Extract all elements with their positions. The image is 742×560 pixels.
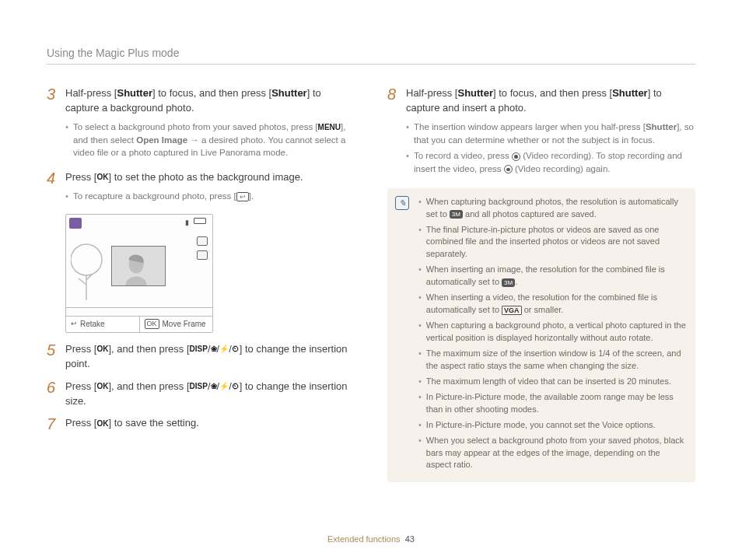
disp-key-icon: DISP	[190, 381, 208, 393]
ok-key-icon: OK	[96, 172, 108, 184]
step-8: 8 Half-press [Shutter] to focus, and the…	[387, 86, 695, 178]
step-number: 4	[47, 170, 58, 206]
step-text: Half-press [Shutter] to focus, and then …	[65, 86, 355, 116]
tree-icon	[71, 240, 108, 302]
footer-label: Extended functions	[327, 534, 401, 544]
camera-preview-illustration: ▮	[65, 214, 213, 334]
section-title: Using the Magic Plus mode	[47, 45, 695, 61]
step-number: 7	[47, 416, 58, 432]
ok-key-icon: OK	[96, 418, 108, 430]
step-6: 6 Press [OK], and then press [DISP/❀/⚡/⏲…	[47, 380, 355, 409]
ok-key-icon: OK	[96, 344, 108, 355]
step-number: 8	[387, 86, 398, 178]
columns: 3 Half-press [Shutter] to focus, and the…	[47, 86, 695, 482]
flash-icon: ⚡	[219, 344, 229, 355]
macro-icon: ❀	[211, 344, 217, 355]
indicator-icon	[197, 250, 208, 260]
step-text: Press [OK] to save the setting.	[65, 416, 355, 431]
macro-icon: ❀	[211, 381, 217, 393]
note-item: The final Picture-in-picture photos or v…	[418, 224, 686, 261]
side-indicators	[197, 236, 208, 260]
step-5: 5 Press [OK], and then press [DISP/❀/⚡/⏲…	[47, 342, 355, 372]
back-icon: ↩	[236, 192, 249, 201]
step-text: Half-press [Shutter] to focus, and then …	[406, 86, 695, 116]
inset-photo-frame	[111, 246, 166, 286]
menu-key-icon: MENU	[318, 122, 341, 134]
timer-icon: ⏲	[232, 381, 240, 393]
disp-key-icon: DISP	[190, 344, 208, 355]
step-4: 4 Press [OK] to set the photo as the bac…	[47, 170, 355, 206]
svg-point-0	[71, 244, 102, 275]
note-item: The maximum length of video that can be …	[418, 376, 686, 388]
step-subnote: To select a background photo from your s…	[65, 121, 355, 159]
record-icon	[504, 165, 513, 173]
timer-icon: ⏲	[232, 344, 240, 355]
indicator-icon	[197, 236, 208, 246]
page-number: 43	[405, 534, 415, 544]
note-item: When inserting an image, the resolution …	[418, 264, 686, 289]
preview-toolbar: ↩Retake OKMove Frame	[66, 316, 212, 333]
left-column: 3 Half-press [Shutter] to focus, and the…	[47, 86, 355, 482]
moveframe-label: Move Frame	[163, 319, 206, 331]
step-text: Press [OK] to set the photo as the backg…	[65, 170, 355, 185]
flash-icon: ⚡	[219, 381, 229, 393]
right-column: 8 Half-press [Shutter] to focus, and the…	[387, 86, 695, 482]
step-subnote: To recapture a background photo, press […	[65, 190, 355, 203]
note-item: In Picture-in-Picture mode, the availabl…	[418, 391, 686, 416]
retake-label: Retake	[80, 319, 105, 331]
resolution-pill: 3M	[502, 278, 515, 287]
step-7: 7 Press [OK] to save the setting.	[47, 416, 355, 432]
note-icon: ✎	[395, 196, 409, 210]
step-number: 5	[47, 342, 58, 372]
resolution-pill: 3M	[450, 210, 463, 219]
vga-badge: VGA	[502, 306, 522, 315]
step-text: Press [OK], and then press [DISP/❀/⚡/⏲] …	[65, 342, 355, 372]
step-3: 3 Half-press [Shutter] to focus, and the…	[47, 86, 355, 163]
signal-icon: ▮	[185, 218, 189, 228]
note-item: The maximum size of the insertion window…	[418, 348, 686, 373]
step-subnote: The insertion window appears larger when…	[406, 121, 695, 146]
note-item: When capturing background photos, the re…	[418, 196, 686, 221]
ok-key-icon: OK	[96, 381, 108, 393]
retake-icon: ↩	[71, 319, 77, 329]
note-item: In Picture-in-Picture mode, you cannot s…	[418, 419, 686, 432]
record-icon	[512, 152, 520, 161]
note-box: ✎ When capturing background photos, the …	[387, 188, 695, 483]
step-text: Press [OK], and then press [DISP/❀/⚡/⏲] …	[65, 380, 355, 409]
battery-icon	[194, 218, 206, 224]
step-number: 3	[47, 86, 58, 163]
divider	[47, 64, 695, 65]
note-item: When inserting a video, the resolution f…	[418, 292, 686, 317]
note-item: When you select a background photo from …	[418, 435, 686, 472]
page-footer: Extended functions 43	[0, 534, 742, 546]
manual-page: Using the Magic Plus mode 3 Half-press […	[0, 0, 742, 513]
ok-icon: OK	[145, 319, 159, 329]
step-subnote: To record a video, press (Video recordin…	[406, 149, 695, 175]
note-item: When capturing a background photo, a ver…	[418, 320, 686, 345]
mode-icon	[69, 218, 82, 229]
step-number: 6	[47, 380, 58, 409]
